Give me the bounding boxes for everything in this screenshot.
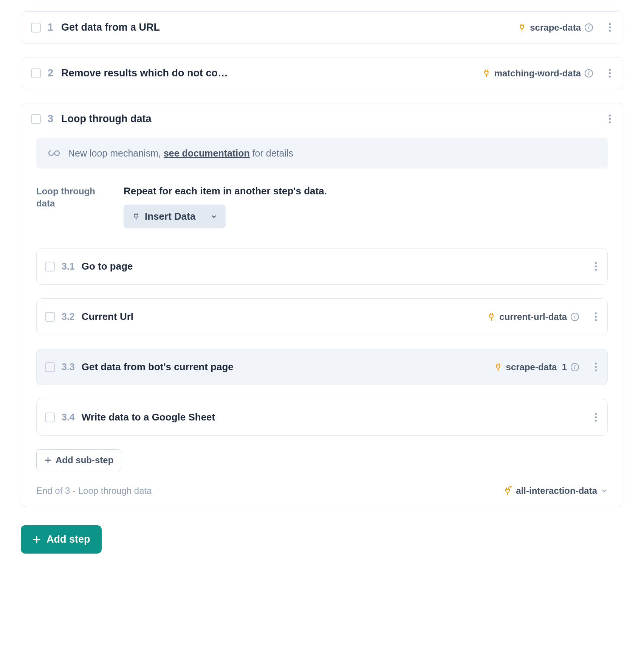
- step-checkbox[interactable]: [31, 23, 41, 33]
- doc-link[interactable]: see documentation: [164, 148, 250, 158]
- sub-step[interactable]: 3.4 Write data to a Google Sheet: [36, 399, 608, 436]
- loop-notice: New loop mechanism, see documentation fo…: [36, 138, 608, 169]
- plug-plus-icon: [503, 486, 512, 495]
- step-card[interactable]: 1 Get data from a URL scrape-data i: [21, 11, 623, 43]
- insert-data-button[interactable]: Insert Data: [124, 205, 226, 228]
- step-header: 3.3 Get data from bot's current page scr…: [37, 349, 607, 385]
- step-checkbox[interactable]: [31, 68, 41, 78]
- info-icon[interactable]: i: [571, 313, 579, 321]
- info-icon[interactable]: i: [571, 363, 579, 371]
- insert-data-label: Insert Data: [145, 211, 195, 222]
- step-title: Remove results which do not co…: [61, 67, 475, 79]
- all-interaction-data-button[interactable]: all-interaction-data: [503, 486, 608, 496]
- loop-footer: End of 3 - Loop through data all-interac…: [36, 486, 608, 496]
- step-title: Get data from a URL: [61, 22, 511, 33]
- add-substep-button[interactable]: Add sub-step: [36, 449, 121, 471]
- add-step-label: Add step: [46, 534, 90, 545]
- tag-label: matching-word-data: [494, 68, 581, 79]
- plug-outline-icon: [132, 213, 140, 221]
- step-checkbox[interactable]: [45, 413, 55, 422]
- kebab-menu[interactable]: [607, 66, 613, 81]
- step-number: 3: [48, 113, 54, 125]
- plug-icon: [494, 363, 502, 371]
- kebab-menu[interactable]: [593, 410, 599, 425]
- plug-icon: [482, 69, 491, 78]
- chevron-down-icon: [601, 487, 608, 494]
- loop-end-label: End of 3 - Loop through data: [36, 486, 152, 496]
- step-header[interactable]: 3 Loop through data: [21, 103, 623, 135]
- config-desc: Repeat for each item in another step's d…: [124, 185, 608, 197]
- substep-title: Get data from bot's current page: [82, 361, 487, 373]
- step-checkbox[interactable]: [45, 362, 55, 372]
- step-header: 1 Get data from a URL scrape-data i: [21, 12, 623, 43]
- substep-title: Write data to a Google Sheet: [82, 411, 579, 423]
- step-checkbox[interactable]: [45, 262, 55, 271]
- substep-number: 3.1: [62, 261, 75, 272]
- step-header: 2 Remove results which do not co… matchi…: [21, 57, 623, 89]
- step-header: 3.4 Write data to a Google Sheet: [37, 399, 607, 435]
- plus-icon: [32, 535, 41, 544]
- substep-title: Current Url: [82, 311, 481, 323]
- step-card[interactable]: 2 Remove results which do not co… matchi…: [21, 57, 623, 89]
- loop-config: Loop through data Repeat for each item i…: [36, 185, 608, 228]
- step-header: 3.2 Current Url current-url-data i: [37, 299, 607, 335]
- tag-label: current-url-data: [499, 312, 567, 322]
- notice-text: New loop mechanism, see documentation fo…: [68, 148, 293, 159]
- loop-body: New loop mechanism, see documentation fo…: [21, 138, 623, 507]
- sub-step[interactable]: 3.1 Go to page: [36, 248, 608, 285]
- kebab-menu[interactable]: [607, 20, 613, 35]
- kebab-menu[interactable]: [593, 360, 599, 374]
- step-header: 3.1 Go to page: [37, 248, 607, 284]
- plug-icon: [518, 23, 526, 32]
- step-number: 1: [48, 22, 54, 33]
- substep-number: 3.2: [62, 311, 75, 322]
- add-step-button[interactable]: Add step: [21, 525, 102, 554]
- info-icon[interactable]: i: [585, 23, 593, 32]
- step-tag[interactable]: current-url-data i: [487, 312, 579, 322]
- chevron-down-icon: [211, 213, 217, 220]
- substep-number: 3.3: [62, 361, 75, 372]
- infinity-icon: [48, 147, 60, 159]
- step-checkbox[interactable]: [31, 114, 41, 124]
- tag-label: scrape-data_1: [506, 362, 567, 372]
- tag-label: scrape-data: [530, 22, 581, 33]
- plug-icon: [487, 313, 495, 321]
- kebab-menu[interactable]: [593, 259, 599, 274]
- substep-title: Go to page: [82, 261, 579, 272]
- step-card-loop: 3 Loop through data New loop mechanism, …: [21, 103, 623, 507]
- step-tag[interactable]: scrape-data i: [518, 22, 593, 33]
- config-body: Repeat for each item in another step's d…: [124, 185, 608, 228]
- sub-step[interactable]: 3.3 Get data from bot's current page scr…: [36, 349, 608, 385]
- add-substep-label: Add sub-step: [56, 455, 113, 465]
- all-data-label: all-interaction-data: [516, 486, 597, 496]
- sub-step[interactable]: 3.2 Current Url current-url-data i: [36, 298, 608, 335]
- config-label: Loop through data: [36, 185, 102, 228]
- info-icon[interactable]: i: [585, 69, 593, 78]
- plus-icon: [44, 456, 52, 464]
- kebab-menu[interactable]: [593, 309, 599, 324]
- step-number: 2: [48, 67, 54, 79]
- step-tag[interactable]: scrape-data_1 i: [494, 362, 579, 372]
- step-title: Loop through data: [61, 113, 593, 125]
- substep-number: 3.4: [62, 412, 75, 423]
- step-checkbox[interactable]: [45, 312, 55, 322]
- kebab-menu[interactable]: [607, 112, 613, 126]
- step-tag[interactable]: matching-word-data i: [482, 68, 593, 79]
